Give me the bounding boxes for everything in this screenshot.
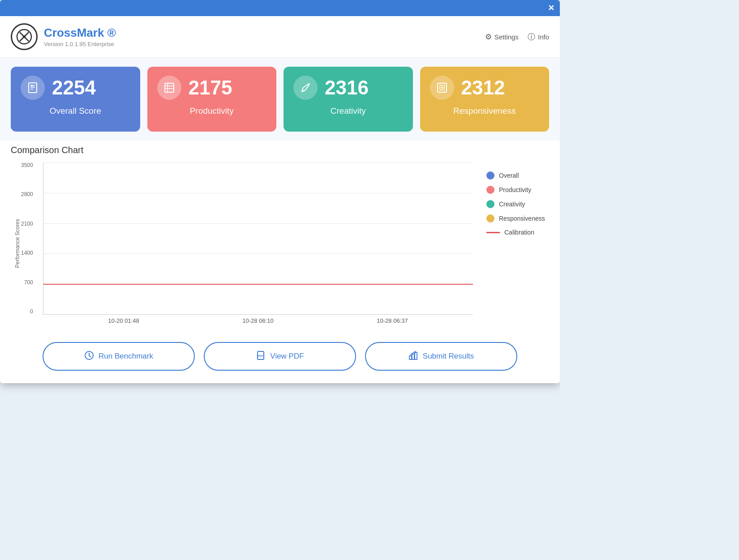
run-benchmark-button[interactable]: Run Benchmark [43, 342, 195, 371]
app-window: ✕ CrossMark ® Version 1.0.1.95 Enterpris… [0, 0, 560, 383]
x-labels: 10-20 01:48 10-28 06:10 10-28 06:37 [43, 315, 473, 324]
legend-creativity: Creativity [486, 200, 549, 208]
info-label: Info [538, 33, 549, 41]
info-button[interactable]: ⓘ Info [528, 32, 549, 42]
creativity-icon [293, 76, 318, 100]
creativity-score-value: 2316 [325, 78, 369, 98]
legend-calibration-label: Calibration [504, 229, 534, 236]
x-label-2: 10-28 06:10 [191, 315, 325, 324]
creativity-score-label: Creativity [293, 106, 403, 116]
y-tick-3500: 3500 [21, 162, 37, 168]
header-actions: ⚙ Settings ⓘ Info [485, 32, 549, 42]
chart-inner: Performance Scores 3500 2800 2100 1400 7… [11, 162, 477, 324]
x-label-1: 10-20 01:48 [56, 315, 191, 324]
view-pdf-icon: PDF [256, 351, 266, 363]
y-tick-1400: 1400 [21, 250, 37, 256]
legend-overall: Overall [486, 171, 549, 180]
legend-responsiveness: Responsiveness [486, 214, 549, 222]
score-cards: 2254 Overall Score 2175 Productivity [0, 58, 560, 141]
chart-container: Performance Scores 3500 2800 2100 1400 7… [11, 162, 549, 324]
legend-overall-label: Overall [499, 172, 519, 179]
productivity-icon [157, 76, 181, 100]
x-label-3: 10-28 06:37 [325, 315, 460, 324]
y-tick-0: 0 [21, 309, 37, 314]
overall-icon [21, 76, 45, 100]
legend-productivity: Productivity [486, 186, 549, 194]
overall-score-value: 2254 [52, 78, 96, 98]
run-benchmark-icon [84, 351, 94, 363]
productivity-score-label: Productivity [157, 106, 267, 116]
productivity-score-value: 2175 [189, 78, 232, 98]
productivity-score-card: 2175 Productivity [147, 67, 277, 132]
view-pdf-label: View PDF [270, 352, 304, 361]
card-top-responsiveness: 2312 [430, 76, 540, 100]
chart-title: Comparison Chart [11, 145, 549, 155]
overall-score-card: 2254 Overall Score [11, 67, 140, 132]
bars-area [43, 162, 473, 314]
submit-results-icon [408, 351, 418, 363]
chart-legend: Overall Productivity Creativity Responsi… [477, 162, 549, 236]
y-axis-label: Performance Scores [11, 219, 21, 268]
svg-rect-19 [409, 356, 412, 359]
responsiveness-score-card: 2312 Responsiveness [420, 67, 550, 132]
legend-creativity-dot [486, 200, 494, 208]
svg-point-3 [23, 35, 26, 38]
svg-rect-20 [412, 354, 414, 359]
y-tick-700: 700 [21, 280, 37, 285]
responsiveness-score-label: Responsiveness [430, 106, 540, 116]
settings-label: Settings [494, 33, 519, 41]
app-logo [11, 23, 38, 50]
card-top-productivity: 2175 [157, 76, 267, 100]
chart-area: 3500 2800 2100 1400 700 0 [43, 162, 473, 315]
info-icon: ⓘ [528, 32, 535, 42]
submit-results-button[interactable]: Submit Results [365, 342, 517, 371]
app-title: CrossMark ® [44, 26, 116, 40]
y-tick-2800: 2800 [21, 192, 37, 197]
app-title-area: CrossMark ® Version 1.0.1.95 Enterprise [44, 26, 116, 47]
legend-calibration: Calibration [486, 229, 549, 236]
card-top-creativity: 2316 [293, 76, 403, 100]
overall-score-label: Overall Score [21, 106, 130, 116]
gear-icon: ⚙ [485, 32, 492, 42]
footer-buttons: Run Benchmark PDF View PDF S [0, 333, 560, 383]
y-tick-2100: 2100 [21, 221, 37, 227]
legend-responsiveness-label: Responsiveness [499, 215, 545, 222]
card-top-overall: 2254 [21, 76, 130, 100]
svg-rect-8 [165, 83, 174, 92]
view-pdf-button[interactable]: PDF View PDF [204, 342, 356, 371]
svg-text:PDF: PDF [258, 355, 263, 357]
legend-creativity-label: Creativity [499, 201, 525, 208]
title-bar: ✕ [0, 0, 560, 16]
legend-overall-dot [486, 171, 494, 180]
settings-button[interactable]: ⚙ Settings [485, 32, 519, 42]
run-benchmark-label: Run Benchmark [99, 352, 153, 361]
svg-rect-21 [415, 352, 417, 359]
responsiveness-score-value: 2312 [461, 78, 505, 98]
close-button[interactable]: ✕ [548, 4, 554, 12]
legend-productivity-label: Productivity [499, 186, 531, 193]
submit-results-label: Submit Results [423, 352, 474, 361]
responsiveness-icon [430, 76, 454, 100]
creativity-score-card: 2316 Creativity [284, 67, 413, 132]
legend-responsiveness-dot [486, 214, 494, 222]
svg-rect-4 [29, 83, 37, 93]
chart-section: Comparison Chart Performance Scores 3500… [0, 141, 560, 333]
logo-area: CrossMark ® Version 1.0.1.95 Enterprise [11, 23, 485, 50]
svg-point-15 [441, 87, 443, 89]
legend-productivity-dot [486, 186, 494, 194]
app-header: CrossMark ® Version 1.0.1.95 Enterprise … [0, 16, 560, 58]
legend-calibration-line [486, 232, 500, 233]
app-version: Version 1.0.1.95 Enterprise [44, 41, 116, 47]
y-ticks: 3500 2800 2100 1400 700 0 [21, 162, 37, 314]
